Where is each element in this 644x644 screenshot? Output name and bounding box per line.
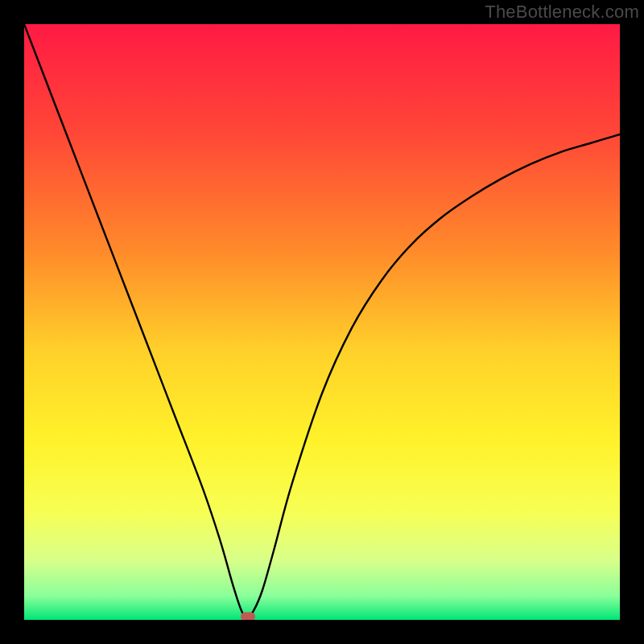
chart-svg: [24, 24, 620, 620]
chart-frame: TheBottleneck.com: [0, 0, 644, 644]
minimum-marker: [241, 613, 255, 620]
gradient-rect: [24, 24, 620, 620]
plot-area: [24, 24, 620, 620]
watermark-text: TheBottleneck.com: [485, 2, 639, 23]
